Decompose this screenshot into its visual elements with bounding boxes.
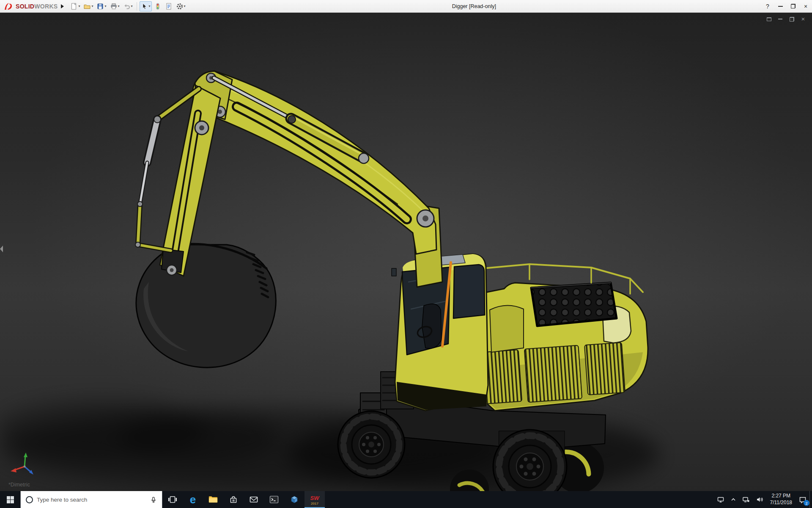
minimize-icon <box>778 6 783 7</box>
restore-button[interactable] <box>787 0 799 12</box>
options-button[interactable]: ▾ <box>175 1 187 11</box>
volume-button[interactable] <box>753 491 766 508</box>
close-button[interactable]: × <box>799 0 812 12</box>
open-folder-icon <box>83 3 91 10</box>
new-document-icon <box>70 3 78 10</box>
gear-icon <box>176 3 184 10</box>
solidworks-logo: SOLIDWORKS <box>0 2 59 11</box>
cortana-icon <box>26 496 33 503</box>
select-cursor-icon <box>141 3 148 10</box>
system-tray: 2:27 PM 7/11/2018 2 <box>714 491 812 508</box>
microphone-icon[interactable] <box>150 496 157 503</box>
bucket <box>136 244 276 367</box>
dropdown-caret-icon: ▾ <box>78 5 80 8</box>
toolbar-separator <box>137 2 137 11</box>
start-button[interactable] <box>0 491 20 508</box>
command-prompt-icon <box>269 494 279 505</box>
taskbar-app-3d-viewer[interactable] <box>284 491 304 508</box>
main-toolbar: ▾ ▾ ▾ ▾ ▾ ▾ <box>69 1 187 11</box>
front-wheel <box>338 411 405 478</box>
restore-icon <box>790 17 794 22</box>
select-tool-button[interactable]: ▾ <box>140 1 152 11</box>
window-controls: ? × <box>761 0 812 12</box>
rebuild-button[interactable] <box>153 1 163 11</box>
windows-logo-icon <box>7 496 14 503</box>
chevron-up-icon <box>730 497 736 502</box>
taskbar-app-store[interactable] <box>223 491 244 508</box>
open-button[interactable]: ▾ <box>82 1 94 11</box>
search-input[interactable] <box>37 497 146 503</box>
desktop: SOLIDWORKS ▾ ▾ ▾ ▾ ▾ <box>0 0 812 508</box>
task-view-icon <box>167 495 178 504</box>
save-icon <box>96 3 104 10</box>
brand-solid: SOLID <box>16 3 34 10</box>
edge-icon: e <box>187 494 198 505</box>
task-view-button[interactable] <box>162 491 183 508</box>
speaker-icon <box>756 496 763 503</box>
dropdown-caret-icon: ▾ <box>131 5 133 8</box>
solidworks-app-icon: SW 2017 <box>308 493 321 506</box>
minimize-button[interactable] <box>774 0 787 12</box>
tray-desktop-button[interactable] <box>714 491 727 508</box>
taskbar-app-edge[interactable]: e <box>183 491 203 508</box>
titlebar: SOLIDWORKS ▾ ▾ ▾ ▾ ▾ <box>0 0 812 13</box>
save-button[interactable]: ▾ <box>95 1 107 11</box>
dropdown-caret-icon: ▾ <box>149 5 151 8</box>
windows-taskbar: e SW 2017 <box>0 491 812 508</box>
taskbar-app-command-prompt[interactable] <box>264 491 284 508</box>
taskbar-app-file-explorer[interactable] <box>203 491 223 508</box>
window-pane-icon <box>767 17 771 21</box>
dropdown-caret-icon: ▾ <box>118 5 120 8</box>
sw-year-label: 2017 <box>311 502 318 505</box>
doc-minimize-button[interactable] <box>777 16 783 22</box>
network-button[interactable] <box>739 491 753 508</box>
file-properties-button[interactable] <box>164 1 174 11</box>
store-icon <box>228 494 239 505</box>
brand-works: WORKS <box>34 3 58 10</box>
tray-overflow-button[interactable] <box>727 491 739 508</box>
notification-badge: 2 <box>804 500 809 506</box>
dropdown-caret-icon: ▾ <box>91 5 93 8</box>
show-desktop-button[interactable] <box>809 491 812 508</box>
brand-wordmark: SOLIDWORKS <box>16 3 58 10</box>
dropdown-caret-icon: ▾ <box>104 5 106 8</box>
dropdown-caret-icon: ▾ <box>184 5 186 8</box>
network-icon <box>742 496 750 503</box>
new-window-button[interactable] <box>766 16 772 22</box>
doc-restore-button[interactable] <box>789 16 795 22</box>
clock-date: 7/11/2018 <box>770 500 793 506</box>
taskbar-clock[interactable]: 2:27 PM 7/11/2018 <box>766 493 796 506</box>
taskbar-app-solidworks[interactable]: SW 2017 <box>304 491 325 508</box>
doc-close-button[interactable]: × <box>800 16 806 22</box>
print-icon <box>110 3 118 10</box>
window-title: Digger [Read-only] <box>187 3 761 9</box>
mail-icon <box>249 494 259 505</box>
body-housing <box>464 264 648 411</box>
rebuild-stoplight-icon <box>154 3 162 10</box>
clock-time: 2:27 PM <box>771 493 790 500</box>
action-center-button[interactable]: 2 <box>796 491 809 508</box>
undo-icon <box>123 3 131 10</box>
undo-button[interactable]: ▾ <box>122 1 134 11</box>
new-document-button[interactable]: ▾ <box>69 1 81 11</box>
graphics-area[interactable]: × *Dimetric <box>0 13 812 491</box>
print-button[interactable]: ▾ <box>109 1 121 11</box>
view-orientation-label: *Dimetric <box>8 482 30 488</box>
file-explorer-icon <box>208 494 218 505</box>
desktop-icon <box>717 496 724 503</box>
cube-icon <box>289 494 299 505</box>
minimize-icon <box>778 19 782 19</box>
help-button[interactable]: ? <box>761 0 774 12</box>
taskbar-search[interactable] <box>20 491 162 508</box>
3d-model-canvas[interactable] <box>0 13 812 491</box>
ds-logo-icon <box>3 2 14 11</box>
menu-flyout-arrow[interactable] <box>61 4 64 8</box>
sw-logo-glyph: SW <box>310 495 320 501</box>
file-properties-icon <box>165 3 173 10</box>
document-window-controls: × <box>766 16 806 22</box>
panel-collapse-arrow[interactable] <box>0 246 3 252</box>
taskbar-app-mail[interactable] <box>244 491 264 508</box>
edge-logo-glyph: e <box>190 494 196 505</box>
restore-icon <box>791 4 796 8</box>
